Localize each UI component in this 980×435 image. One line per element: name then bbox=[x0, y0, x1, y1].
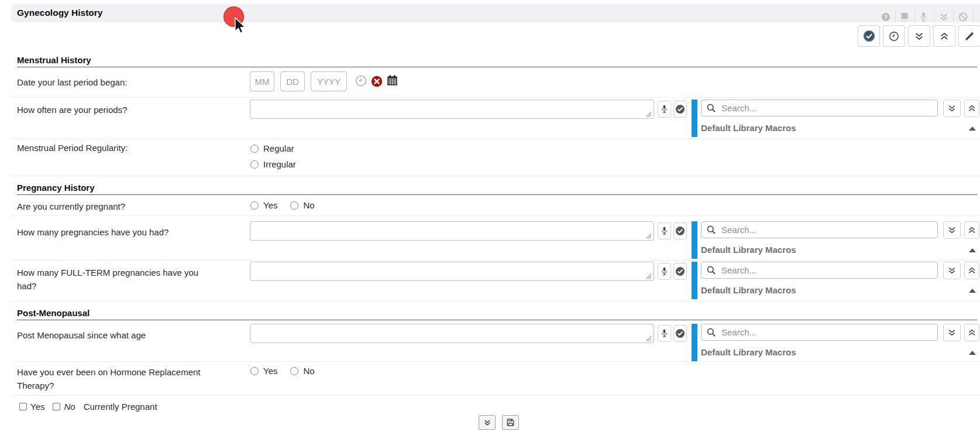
confirm-button[interactable] bbox=[673, 101, 687, 118]
field-label-hrt: Have you ever been on Hormone Replacemen… bbox=[17, 365, 216, 392]
double-chevron-down-icon bbox=[947, 328, 957, 337]
macro-accent-bar bbox=[692, 100, 697, 137]
row-divider bbox=[11, 215, 980, 216]
row-divider bbox=[11, 361, 980, 362]
search-icon bbox=[706, 327, 716, 337]
radio-option-yes[interactable]: Yes bbox=[250, 200, 277, 210]
collapse-all-button[interactable] bbox=[933, 25, 955, 47]
form-header: Gynecology History ? bbox=[11, 4, 980, 22]
macro-expand-button[interactable] bbox=[943, 221, 961, 239]
fullterm-count-textarea[interactable] bbox=[250, 262, 654, 281]
radio-icon[interactable] bbox=[290, 367, 298, 375]
radio-icon[interactable] bbox=[250, 201, 259, 210]
dictate-button[interactable] bbox=[658, 263, 671, 280]
macro-expand-button[interactable] bbox=[943, 324, 961, 341]
confirm-button[interactable] bbox=[673, 222, 687, 239]
macro-expand-button[interactable] bbox=[943, 100, 961, 117]
checkbox-label: Yes bbox=[30, 402, 44, 412]
radio-option-yes[interactable]: Yes bbox=[250, 366, 277, 376]
radio-label: Regular bbox=[263, 143, 294, 153]
microphone-icon bbox=[661, 266, 668, 276]
fullterm-count-row: Default Library Macros bbox=[0, 262, 980, 302]
macro-accent-bar bbox=[692, 324, 697, 361]
section-rule bbox=[17, 194, 977, 195]
search-icon bbox=[706, 225, 716, 235]
section-rule bbox=[17, 67, 977, 67]
currently-pregnant-checkbox-row: Yes No Currently Pregnant bbox=[19, 402, 157, 412]
radio-icon[interactable] bbox=[250, 367, 259, 375]
macro-library-title: Default Library Macros bbox=[701, 285, 796, 295]
collapse-caret-icon[interactable] bbox=[969, 248, 976, 252]
radio-icon[interactable] bbox=[290, 201, 298, 210]
scroll-down-button[interactable] bbox=[479, 415, 496, 430]
book-icon[interactable] bbox=[899, 12, 910, 22]
macro-search-input[interactable] bbox=[720, 102, 933, 114]
postmenopausal-age-textarea[interactable] bbox=[250, 324, 654, 343]
edit-button[interactable] bbox=[958, 25, 980, 47]
clock-icon bbox=[888, 30, 900, 42]
section-title-menstrual: Menstrual History bbox=[17, 55, 91, 65]
time-history-icon[interactable] bbox=[355, 74, 367, 90]
radio-icon[interactable] bbox=[250, 145, 259, 153]
macro-search-input[interactable] bbox=[720, 265, 933, 276]
complete-button[interactable] bbox=[858, 25, 880, 47]
collapse-caret-icon[interactable] bbox=[969, 289, 976, 293]
row-divider bbox=[11, 97, 980, 98]
macro-search-input[interactable] bbox=[720, 224, 933, 235]
double-chevron-down-icon bbox=[947, 266, 957, 275]
help-icon[interactable]: ? bbox=[881, 12, 891, 22]
check-circle-icon bbox=[675, 328, 685, 338]
day-input[interactable] bbox=[280, 71, 305, 91]
row-divider bbox=[11, 176, 980, 176]
pregnancy-count-textarea[interactable] bbox=[250, 221, 654, 241]
macro-collapse-button[interactable] bbox=[964, 100, 979, 117]
year-input[interactable] bbox=[311, 71, 347, 91]
icon-divider bbox=[973, 11, 974, 22]
checkbox-option-yes[interactable]: Yes bbox=[19, 402, 44, 412]
calendar-icon[interactable] bbox=[386, 74, 398, 89]
macro-collapse-button[interactable] bbox=[964, 324, 979, 341]
microphone-icon bbox=[661, 226, 668, 236]
checkbox-icon[interactable] bbox=[53, 403, 60, 410]
month-input[interactable] bbox=[250, 71, 274, 91]
checkbox-icon[interactable] bbox=[19, 403, 27, 410]
collapse-caret-icon[interactable] bbox=[969, 351, 976, 355]
dictate-button[interactable] bbox=[658, 325, 671, 342]
confirm-button[interactable] bbox=[673, 263, 687, 280]
macro-expand-button[interactable] bbox=[943, 262, 961, 279]
radio-option-irregular[interactable]: Irregular bbox=[250, 159, 296, 169]
macro-search-box bbox=[701, 100, 938, 117]
period-frequency-textarea[interactable] bbox=[250, 100, 654, 119]
checkbox-option-no[interactable]: No bbox=[53, 402, 75, 412]
confirm-button[interactable] bbox=[673, 325, 687, 342]
double-chevron-up-icon bbox=[967, 328, 976, 337]
dictate-button[interactable] bbox=[658, 222, 671, 239]
macro-collapse-button[interactable] bbox=[964, 221, 979, 239]
check-circle-icon bbox=[675, 104, 685, 114]
history-button[interactable] bbox=[883, 25, 905, 47]
disable-icon[interactable] bbox=[958, 12, 968, 22]
clear-date-icon[interactable] bbox=[371, 76, 383, 90]
radio-option-no[interactable]: No bbox=[290, 366, 314, 376]
radio-icon[interactable] bbox=[250, 160, 259, 169]
double-chevron-up-icon bbox=[967, 266, 976, 275]
macro-search-box bbox=[701, 262, 938, 279]
expand-all-button[interactable] bbox=[908, 25, 930, 47]
microphone-icon bbox=[661, 104, 668, 114]
checkbox-row-text: Currently Pregnant bbox=[84, 402, 157, 412]
save-floppy-icon bbox=[506, 417, 515, 427]
collapse-icon[interactable] bbox=[938, 12, 949, 22]
dictate-button[interactable] bbox=[658, 101, 671, 118]
svg-text:?: ? bbox=[884, 13, 888, 20]
collapse-caret-icon[interactable] bbox=[969, 126, 976, 131]
microphone-icon[interactable] bbox=[919, 12, 930, 22]
search-icon bbox=[706, 103, 716, 113]
radio-label: No bbox=[303, 200, 314, 210]
macro-search-input[interactable] bbox=[720, 327, 933, 338]
double-chevron-up-icon bbox=[967, 104, 976, 113]
save-button[interactable] bbox=[502, 415, 519, 430]
radio-option-regular[interactable]: Regular bbox=[250, 143, 294, 153]
macro-collapse-button[interactable] bbox=[964, 262, 979, 279]
radio-option-no[interactable]: No bbox=[290, 200, 314, 210]
macro-search-box bbox=[701, 221, 938, 238]
